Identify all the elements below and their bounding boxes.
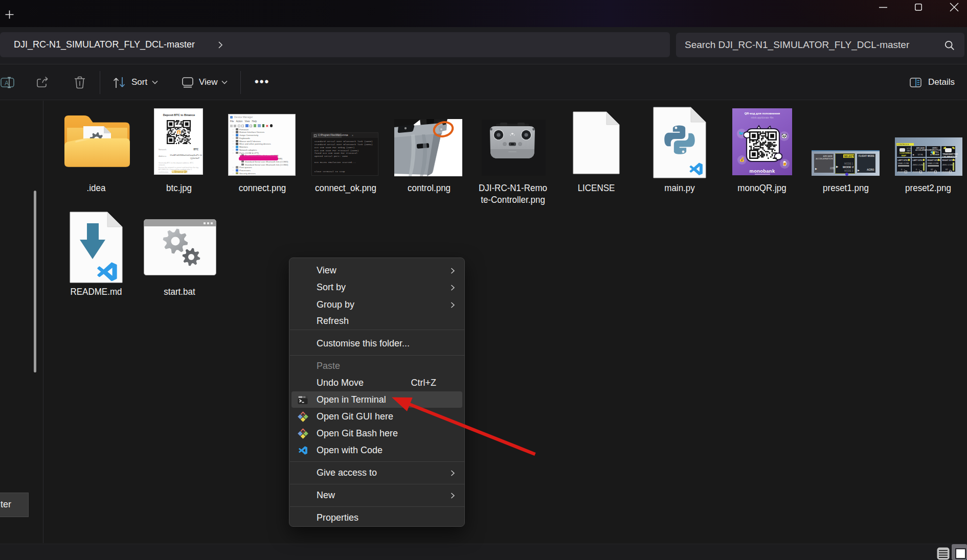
svg-text:₿: ₿	[178, 131, 180, 134]
svg-text:A: A	[5, 80, 9, 87]
